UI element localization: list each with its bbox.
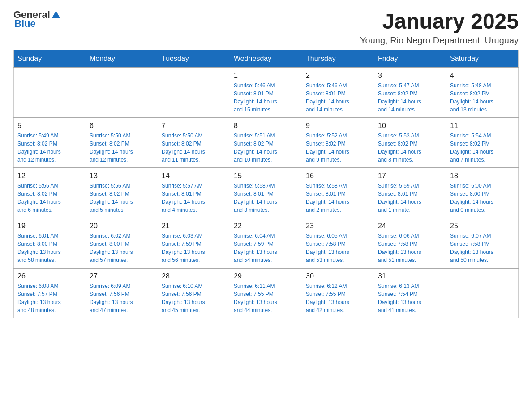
day-number: 8	[234, 122, 298, 130]
day-number: 17	[378, 172, 442, 180]
logo-triangle-icon	[51, 10, 61, 20]
calendar-week-row: 1Sunrise: 5:46 AM Sunset: 8:01 PM Daylig…	[14, 68, 519, 118]
day-info: Sunrise: 6:05 AM Sunset: 7:58 PM Dayligh…	[306, 232, 370, 264]
day-number: 31	[378, 272, 442, 280]
day-info: Sunrise: 5:59 AM Sunset: 8:01 PM Dayligh…	[378, 182, 442, 214]
calendar-cell: 9Sunrise: 5:52 AM Sunset: 8:02 PM Daylig…	[302, 118, 374, 168]
day-number: 16	[306, 172, 370, 180]
calendar-cell: 21Sunrise: 6:03 AM Sunset: 7:59 PM Dayli…	[158, 218, 230, 268]
calendar-week-row: 19Sunrise: 6:01 AM Sunset: 8:00 PM Dayli…	[14, 218, 519, 268]
calendar-cell: 17Sunrise: 5:59 AM Sunset: 8:01 PM Dayli…	[374, 168, 446, 218]
day-info: Sunrise: 6:03 AM Sunset: 7:59 PM Dayligh…	[162, 232, 226, 264]
calendar-cell: 3Sunrise: 5:47 AM Sunset: 8:02 PM Daylig…	[374, 68, 446, 118]
day-info: Sunrise: 5:52 AM Sunset: 8:02 PM Dayligh…	[306, 132, 370, 164]
day-number: 18	[450, 172, 515, 180]
day-number: 23	[306, 222, 370, 230]
calendar-cell: 26Sunrise: 6:08 AM Sunset: 7:57 PM Dayli…	[14, 268, 86, 318]
day-info: Sunrise: 6:11 AM Sunset: 7:55 PM Dayligh…	[234, 282, 298, 314]
day-info: Sunrise: 5:57 AM Sunset: 8:01 PM Dayligh…	[162, 182, 226, 214]
day-number: 10	[378, 122, 442, 130]
calendar-day-header: Tuesday	[158, 50, 230, 68]
day-number: 7	[162, 122, 226, 130]
day-number: 3	[378, 72, 442, 80]
day-number: 11	[450, 122, 515, 130]
day-number: 5	[17, 122, 82, 130]
day-number: 27	[90, 272, 154, 280]
day-info: Sunrise: 5:46 AM Sunset: 8:01 PM Dayligh…	[306, 81, 370, 114]
day-info: Sunrise: 6:09 AM Sunset: 7:56 PM Dayligh…	[90, 282, 154, 314]
day-info: Sunrise: 5:50 AM Sunset: 8:02 PM Dayligh…	[162, 132, 226, 164]
day-info: Sunrise: 6:00 AM Sunset: 8:00 PM Dayligh…	[450, 182, 515, 214]
day-info: Sunrise: 5:55 AM Sunset: 8:02 PM Dayligh…	[17, 182, 82, 214]
day-info: Sunrise: 5:50 AM Sunset: 8:02 PM Dayligh…	[90, 132, 154, 164]
subtitle: Young, Rio Negro Department, Uruguay	[360, 35, 519, 46]
day-number: 30	[306, 272, 370, 280]
calendar-day-header: Wednesday	[230, 50, 302, 68]
day-number: 14	[162, 172, 226, 180]
calendar-cell: 2Sunrise: 5:46 AM Sunset: 8:01 PM Daylig…	[302, 68, 374, 118]
day-info: Sunrise: 5:53 AM Sunset: 8:02 PM Dayligh…	[378, 132, 442, 164]
day-info: Sunrise: 6:06 AM Sunset: 7:58 PM Dayligh…	[378, 232, 442, 264]
day-number: 9	[306, 122, 370, 130]
calendar-cell: 16Sunrise: 5:58 AM Sunset: 8:01 PM Dayli…	[302, 168, 374, 218]
svg-marker-0	[52, 11, 60, 18]
day-number: 4	[450, 72, 515, 80]
day-info: Sunrise: 5:49 AM Sunset: 8:02 PM Dayligh…	[17, 132, 82, 164]
day-info: Sunrise: 5:54 AM Sunset: 8:02 PM Dayligh…	[450, 132, 515, 164]
day-info: Sunrise: 6:10 AM Sunset: 7:56 PM Dayligh…	[162, 282, 226, 314]
calendar-cell: 18Sunrise: 6:00 AM Sunset: 8:00 PM Dayli…	[446, 168, 519, 218]
calendar-cell: 7Sunrise: 5:50 AM Sunset: 8:02 PM Daylig…	[158, 118, 230, 168]
calendar-cell: 29Sunrise: 6:11 AM Sunset: 7:55 PM Dayli…	[230, 268, 302, 318]
calendar-cell: 8Sunrise: 5:51 AM Sunset: 8:02 PM Daylig…	[230, 118, 302, 168]
calendar-day-header: Monday	[86, 50, 158, 68]
day-info: Sunrise: 6:07 AM Sunset: 7:58 PM Dayligh…	[450, 232, 515, 264]
calendar-cell: 15Sunrise: 5:58 AM Sunset: 8:01 PM Dayli…	[230, 168, 302, 218]
day-info: Sunrise: 5:47 AM Sunset: 8:02 PM Dayligh…	[378, 81, 442, 114]
day-number: 13	[90, 172, 154, 180]
calendar-cell: 23Sunrise: 6:05 AM Sunset: 7:58 PM Dayli…	[302, 218, 374, 268]
day-number: 22	[234, 222, 298, 230]
calendar-cell: 10Sunrise: 5:53 AM Sunset: 8:02 PM Dayli…	[374, 118, 446, 168]
calendar-cell	[14, 68, 86, 118]
day-number: 21	[162, 222, 226, 230]
calendar-week-row: 5Sunrise: 5:49 AM Sunset: 8:02 PM Daylig…	[14, 118, 519, 168]
calendar-cell: 13Sunrise: 5:56 AM Sunset: 8:02 PM Dayli…	[86, 168, 158, 218]
logo: General Blue	[13, 9, 61, 30]
calendar-cell: 25Sunrise: 6:07 AM Sunset: 7:58 PM Dayli…	[446, 218, 519, 268]
day-info: Sunrise: 6:12 AM Sunset: 7:55 PM Dayligh…	[306, 282, 370, 314]
calendar-week-row: 12Sunrise: 5:55 AM Sunset: 8:02 PM Dayli…	[14, 168, 519, 218]
calendar-day-header: Friday	[374, 50, 446, 68]
day-number: 25	[450, 222, 515, 230]
day-info: Sunrise: 6:04 AM Sunset: 7:59 PM Dayligh…	[234, 232, 298, 264]
title-section: January 2025 Young, Rio Negro Department…	[360, 9, 519, 46]
calendar-cell: 28Sunrise: 6:10 AM Sunset: 7:56 PM Dayli…	[158, 268, 230, 318]
calendar-cell: 31Sunrise: 6:13 AM Sunset: 7:54 PM Dayli…	[374, 268, 446, 318]
day-number: 26	[17, 272, 82, 280]
calendar-cell: 11Sunrise: 5:54 AM Sunset: 8:02 PM Dayli…	[446, 118, 519, 168]
calendar-cell: 20Sunrise: 6:02 AM Sunset: 8:00 PM Dayli…	[86, 218, 158, 268]
logo-text-blue: Blue	[14, 18, 36, 30]
calendar-day-header: Saturday	[446, 50, 519, 68]
page-title: January 2025	[360, 9, 519, 34]
calendar-table: SundayMondayTuesdayWednesdayThursdayFrid…	[13, 50, 519, 318]
calendar-cell: 12Sunrise: 5:55 AM Sunset: 8:02 PM Dayli…	[14, 168, 86, 218]
day-info: Sunrise: 6:01 AM Sunset: 8:00 PM Dayligh…	[17, 232, 82, 264]
calendar-cell: 27Sunrise: 6:09 AM Sunset: 7:56 PM Dayli…	[86, 268, 158, 318]
calendar-day-header: Thursday	[302, 50, 374, 68]
day-number: 2	[306, 72, 370, 80]
calendar-cell: 4Sunrise: 5:48 AM Sunset: 8:02 PM Daylig…	[446, 68, 519, 118]
day-info: Sunrise: 6:02 AM Sunset: 8:00 PM Dayligh…	[90, 232, 154, 264]
calendar-cell	[446, 268, 519, 318]
calendar-header-row: SundayMondayTuesdayWednesdayThursdayFrid…	[14, 50, 519, 68]
day-info: Sunrise: 5:56 AM Sunset: 8:02 PM Dayligh…	[90, 182, 154, 214]
page-header: General Blue January 2025 Young, Rio Neg…	[13, 9, 519, 46]
day-number: 15	[234, 172, 298, 180]
calendar-cell: 6Sunrise: 5:50 AM Sunset: 8:02 PM Daylig…	[86, 118, 158, 168]
day-info: Sunrise: 5:51 AM Sunset: 8:02 PM Dayligh…	[234, 132, 298, 164]
calendar-cell	[86, 68, 158, 118]
calendar-week-row: 26Sunrise: 6:08 AM Sunset: 7:57 PM Dayli…	[14, 268, 519, 318]
day-number: 20	[90, 222, 154, 230]
calendar-cell: 5Sunrise: 5:49 AM Sunset: 8:02 PM Daylig…	[14, 118, 86, 168]
calendar-cell: 30Sunrise: 6:12 AM Sunset: 7:55 PM Dayli…	[302, 268, 374, 318]
day-info: Sunrise: 5:46 AM Sunset: 8:01 PM Dayligh…	[234, 81, 298, 114]
